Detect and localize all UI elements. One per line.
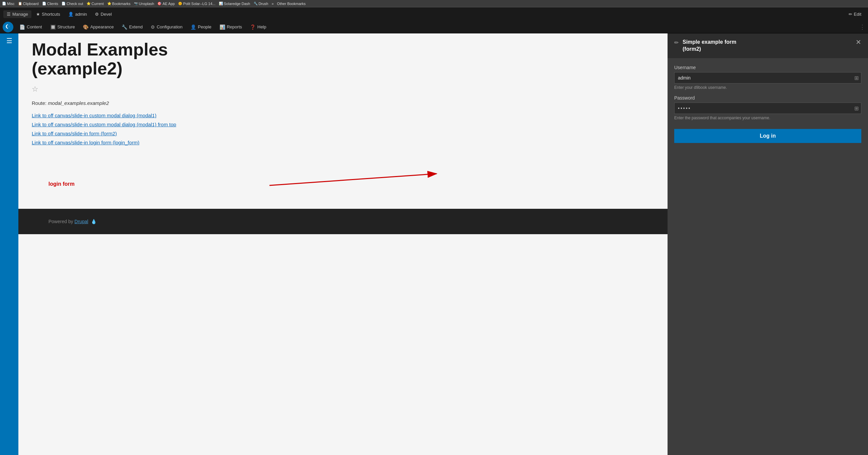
bookmark-solar[interactable]: 🌞 Polit Solar--LG 14... bbox=[178, 2, 216, 6]
login-button[interactable]: Log in bbox=[674, 129, 861, 143]
password-label: Password bbox=[674, 95, 861, 100]
page-content-area: Modal Examples (example2) ☆ Route: modal… bbox=[19, 33, 668, 455]
nav-content[interactable]: 📄 Content bbox=[16, 21, 46, 33]
unsplash-icon: 📷 bbox=[134, 2, 138, 5]
bookmark-checkout[interactable]: 📄 Check out bbox=[61, 2, 83, 6]
drupal-navigation: 📄 Content 🔲 Structure 🎨 Appearance 🔧 Ext… bbox=[0, 21, 868, 33]
structure-icon: 🔲 bbox=[50, 24, 56, 30]
bookmark-unsplash[interactable]: 📷 Unsplash bbox=[134, 2, 154, 6]
nav-people[interactable]: 👤 People bbox=[186, 21, 215, 33]
bookmark-current[interactable]: ⭐ Current bbox=[87, 2, 104, 6]
password-field-icon: ⊞ bbox=[854, 105, 859, 111]
bookmark-misc[interactable]: 📄 Misc bbox=[2, 2, 15, 6]
panel-title-line1: Simple example form bbox=[683, 39, 736, 46]
extend-icon: 🔧 bbox=[122, 24, 127, 30]
config-icon: ⚙ bbox=[151, 24, 155, 30]
star-icon: ★ bbox=[36, 12, 40, 17]
nav-extend[interactable]: 🔧 Extend bbox=[118, 21, 146, 33]
bookmark-ae-app[interactable]: 🎯 AE App bbox=[157, 2, 175, 6]
route-text: Route: modal_examples.example2 bbox=[32, 100, 654, 106]
username-field-icon: ⊞ bbox=[854, 74, 859, 81]
bookmark-clients[interactable]: 📄 Clients bbox=[42, 2, 59, 6]
panel-edit-icon[interactable]: ✏ bbox=[674, 39, 679, 46]
bookmark-more[interactable]: » bbox=[272, 2, 274, 6]
panel-title-area: ✏ Simple example form (form2) bbox=[674, 39, 736, 53]
appearance-icon: 🎨 bbox=[83, 24, 89, 30]
manage-button[interactable]: ☰ Manage bbox=[3, 10, 31, 18]
bookmark-clipboard[interactable]: 📋 Clipboard bbox=[18, 2, 39, 6]
current-icon: ⭐ bbox=[87, 2, 91, 5]
panel-body: Username ⊞ Enter your d9book username. P… bbox=[668, 58, 868, 455]
panel-close-button[interactable]: ✕ bbox=[856, 39, 861, 46]
nav-configuration[interactable]: ⚙ Configuration bbox=[147, 21, 186, 33]
link-login-form[interactable]: Link to off canvas/slide-in login form (… bbox=[32, 140, 654, 145]
clipboard-icon: 📋 bbox=[18, 2, 22, 5]
devel-button[interactable]: ⚙ Devel bbox=[92, 10, 115, 18]
bookmark-bar: 📄 Misc 📋 Clipboard 📄 Clients 📄 Check out… bbox=[0, 0, 868, 7]
bookmarks-icon: ⭐ bbox=[107, 2, 111, 5]
panel-header: ✏ Simple example form (form2) ✕ bbox=[668, 33, 868, 58]
favorite-star-icon[interactable]: ☆ bbox=[32, 85, 654, 94]
password-form-group: Password ⊞ Enter the password that accom… bbox=[674, 95, 861, 120]
reports-icon: 📊 bbox=[219, 24, 225, 30]
bookmark-bookmarks[interactable]: ⭐ Bookmarks bbox=[107, 2, 131, 6]
sidebar-toggle[interactable]: ☰ bbox=[0, 33, 19, 455]
page-footer: Powered by Drupal 💧 bbox=[19, 209, 668, 234]
link-modal1-top[interactable]: Link to off canvas/slide-in custom modal… bbox=[32, 122, 654, 127]
username-label: Username bbox=[674, 65, 861, 70]
ae-app-icon: 🎯 bbox=[157, 2, 161, 5]
misc-icon: 📄 bbox=[2, 2, 6, 5]
nav-appearance[interactable]: 🎨 Appearance bbox=[79, 21, 118, 33]
password-input[interactable] bbox=[674, 102, 861, 114]
admin-user-button[interactable]: 👤 admin bbox=[65, 10, 90, 18]
drupal-drop-icon: 💧 bbox=[91, 219, 97, 224]
people-icon: 👤 bbox=[190, 24, 196, 30]
shortcuts-button[interactable]: ★ Shortcuts bbox=[33, 10, 63, 18]
drupal-logo[interactable] bbox=[3, 22, 13, 32]
sidebar-hamburger-icon: ☰ bbox=[6, 37, 12, 455]
annotation-label: login form bbox=[49, 181, 74, 187]
clients-icon: 📄 bbox=[42, 2, 46, 5]
checkout-icon: 📄 bbox=[61, 2, 65, 5]
content-icon: 📄 bbox=[20, 24, 25, 30]
password-hint: Enter the password that accompanies your… bbox=[674, 116, 861, 120]
username-hint: Enter your d9book username. bbox=[674, 85, 861, 90]
annotation-arrow-svg bbox=[32, 155, 654, 195]
user-icon: 👤 bbox=[68, 12, 73, 17]
slide-panel: ✏ Simple example form (form2) ✕ Username… bbox=[668, 33, 868, 455]
svg-line-1 bbox=[270, 174, 437, 185]
panel-title-line2: (form2) bbox=[683, 46, 736, 53]
drupal-logo-icon bbox=[5, 24, 11, 30]
nav-right: ⋮ bbox=[859, 23, 868, 31]
hamburger-icon: ☰ bbox=[7, 12, 11, 17]
solaredge-icon: 📊 bbox=[219, 2, 223, 5]
drupal-footer-link[interactable]: Drupal bbox=[74, 219, 88, 224]
devel-icon: ⚙ bbox=[95, 12, 99, 17]
page-title: Modal Examples (example2) bbox=[32, 40, 654, 78]
help-icon: ❓ bbox=[250, 24, 256, 30]
admin-toolbar: ☰ Manage ★ Shortcuts 👤 admin ⚙ Devel ✏ E… bbox=[0, 7, 868, 21]
edit-button[interactable]: ✏ Edit bbox=[845, 10, 865, 18]
username-input[interactable] bbox=[674, 72, 861, 84]
link-form2[interactable]: Link to off canvas/slide-in form (form2) bbox=[32, 131, 654, 136]
solar-icon: 🌞 bbox=[178, 2, 182, 5]
page-links-list: Link to off canvas/slide-in custom modal… bbox=[32, 113, 654, 145]
link-modal1[interactable]: Link to off canvas/slide-in custom modal… bbox=[32, 113, 654, 118]
nav-reports[interactable]: 📊 Reports bbox=[216, 21, 246, 33]
drush-icon: 🔧 bbox=[254, 2, 257, 5]
nav-structure[interactable]: 🔲 Structure bbox=[46, 21, 79, 33]
pencil-icon: ✏ bbox=[848, 12, 852, 17]
nav-expand-icon[interactable]: ⋮ bbox=[859, 23, 865, 31]
nav-help[interactable]: ❓ Help bbox=[246, 21, 270, 33]
bookmark-solaredge[interactable]: 📊 Solaredge Dash bbox=[219, 2, 250, 6]
username-form-group: Username ⊞ Enter your d9book username. bbox=[674, 65, 861, 90]
username-input-wrap: ⊞ bbox=[674, 72, 861, 84]
bookmark-drush[interactable]: 🔧 Drush bbox=[254, 2, 268, 6]
password-input-wrap: ⊞ bbox=[674, 102, 861, 114]
bookmark-other[interactable]: Other Bookmarks bbox=[277, 2, 306, 6]
